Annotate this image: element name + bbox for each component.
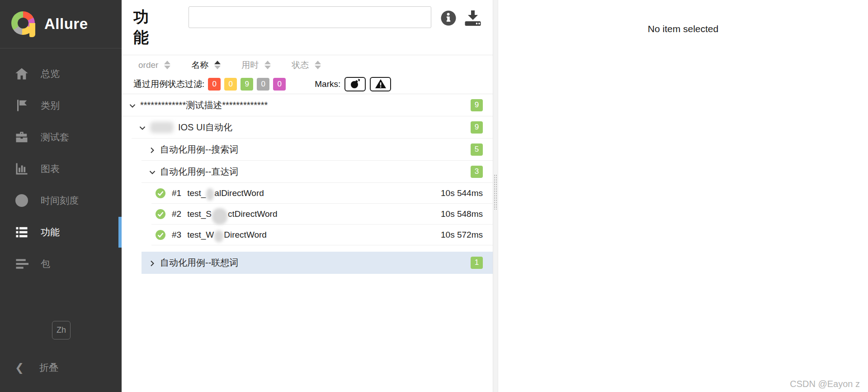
align-lines-icon	[15, 257, 28, 271]
test-row[interactable]: #1 test_alDirectWord 10s 544ms	[151, 183, 493, 204]
sort-arrows-icon	[214, 61, 221, 69]
logo-text: Allure	[44, 15, 88, 33]
group-count-badge: 1	[471, 257, 483, 269]
censored-blob	[150, 122, 174, 133]
watermark: CSDN @Eayon z	[790, 379, 860, 389]
allure-logo-icon	[11, 10, 36, 38]
group-count-badge: 9	[471, 99, 483, 111]
censored-blob	[214, 230, 223, 242]
status-filter-row: 通过用例状态过滤: 0 0 9 0 0 Marks:	[122, 75, 493, 94]
sidebar-item-label: 总览	[41, 67, 60, 80]
sidebar-item-label: 测试套	[41, 131, 69, 143]
clock-icon	[15, 194, 28, 207]
sidebar-item-label: 图表	[41, 163, 60, 175]
logo: Allure	[0, 0, 122, 48]
filter-skipped-badge[interactable]: 0	[257, 78, 269, 91]
briefcase-icon	[15, 130, 28, 144]
sidebar: Allure 总览 类别 测试套	[0, 0, 122, 392]
sidebar-item-suites[interactable]: 测试套	[0, 121, 122, 153]
group-count-badge: 3	[471, 166, 483, 178]
test-name: test_WDirectWord	[187, 228, 267, 242]
test-row[interactable]: #2 test_SctDirectWord 10s 548ms	[151, 204, 493, 225]
filter-broken-badge[interactable]: 0	[224, 78, 237, 91]
page-title: 功能	[133, 7, 157, 48]
sidebar-item-behaviors[interactable]: 功能	[0, 216, 122, 248]
test-order: #1	[172, 188, 181, 198]
detail-panel: No item selected CSDN @Eayon z	[498, 0, 868, 392]
info-button[interactable]	[440, 10, 457, 28]
sidebar-item-categories[interactable]: 类别	[0, 90, 122, 121]
sort-header-row: order 名称 用时 状态	[122, 55, 493, 75]
sidebar-item-label: 包	[41, 258, 50, 270]
marks-label: Marks:	[315, 79, 340, 89]
download-button[interactable]	[464, 10, 482, 28]
sort-by-order[interactable]: order	[138, 60, 170, 70]
sidebar-item-packages[interactable]: 包	[0, 248, 122, 280]
group-count-badge: 5	[471, 143, 483, 156]
sort-by-duration[interactable]: 用时	[241, 59, 271, 71]
test-list: #1 test_alDirectWord 10s 544ms #2 test_S…	[151, 183, 493, 245]
status-filter-label: 通过用例状态过滤:	[133, 78, 204, 90]
mark-warning-button[interactable]	[370, 77, 391, 91]
censored-blob	[206, 188, 214, 201]
chevron-left-icon: ❮	[15, 362, 24, 373]
chevron-right-icon	[149, 146, 156, 153]
filter-unknown-badge[interactable]: 0	[273, 78, 286, 91]
allure-report-app: Allure 总览 类别 测试套	[0, 0, 868, 392]
tree-group-search-words[interactable]: 自动化用例--搜索词 5	[142, 139, 493, 161]
bomb-icon	[350, 78, 361, 91]
test-name: test_SctDirectWord	[187, 204, 277, 225]
test-duration: 10s 544ms	[441, 188, 483, 198]
test-row[interactable]: #3 test_WDirectWord 10s 572ms	[151, 225, 493, 245]
sidebar-item-overview[interactable]: 总览	[0, 58, 122, 90]
sidebar-item-label: 类别	[41, 99, 60, 112]
flag-icon	[15, 99, 28, 112]
tree-group-ios[interactable]: IOS UI自动化 9	[132, 116, 493, 139]
behaviors-tree: *************测试描述************* 9 IOS UI自…	[122, 94, 493, 392]
tree-group-associative-words[interactable]: 自动化用例--联想词 1	[142, 252, 493, 274]
group-name: 自动化用例--搜索词	[160, 143, 238, 156]
bar-chart-icon	[15, 162, 28, 176]
panel-header: 功能	[122, 0, 493, 55]
tree-group-direct-words[interactable]: 自动化用例--直达词 3	[142, 161, 493, 183]
download-icon	[464, 10, 482, 28]
sort-by-name[interactable]: 名称	[191, 59, 221, 71]
passed-check-icon	[155, 188, 166, 199]
test-order: #3	[172, 230, 181, 240]
passed-check-icon	[155, 209, 166, 220]
mark-flaky-button[interactable]	[344, 77, 366, 91]
group-name: 自动化用例--联想词	[160, 257, 238, 269]
empty-selection-message: No item selected	[498, 24, 868, 34]
sort-arrows-icon	[264, 61, 271, 69]
warning-triangle-icon	[375, 78, 387, 91]
sidebar-item-timeline[interactable]: 时间刻度	[0, 185, 122, 216]
group-count-badge: 9	[471, 121, 483, 134]
group-name: 自动化用例--直达词	[160, 166, 238, 178]
collapse-label: 折叠	[39, 361, 58, 374]
test-order: #2	[172, 209, 181, 219]
home-icon	[15, 67, 28, 81]
censored-blob	[212, 208, 227, 225]
collapse-sidebar-button[interactable]: ❮ 折叠	[15, 361, 58, 374]
search-input[interactable]	[189, 6, 431, 28]
group-name: *************测试描述*************	[140, 99, 268, 111]
filter-passed-badge[interactable]: 9	[241, 78, 253, 91]
sidebar-item-graphs[interactable]: 图表	[0, 153, 122, 185]
test-name: test_alDirectWord	[187, 186, 264, 201]
tree-group-root[interactable]: *************测试描述************* 9	[122, 94, 493, 116]
chevron-right-icon	[149, 259, 156, 266]
sort-by-status[interactable]: 状态	[292, 59, 321, 71]
chevron-down-icon	[129, 101, 136, 109]
chevron-down-icon	[149, 168, 156, 175]
filter-failed-badge[interactable]: 0	[208, 78, 221, 91]
info-icon	[440, 10, 457, 28]
behaviors-panel: 功能 order 名称	[122, 0, 493, 392]
sidebar-nav: 总览 类别 测试套 图表	[0, 48, 122, 280]
sort-arrows-icon	[164, 61, 170, 69]
language-toggle-button[interactable]: Zh	[52, 321, 71, 339]
sidebar-item-label: 时间刻度	[41, 194, 79, 207]
drag-dots-icon	[494, 174, 497, 210]
group-name: IOS UI自动化	[178, 121, 232, 134]
panel-resize-handle[interactable]	[493, 0, 498, 392]
list-icon	[15, 225, 28, 239]
